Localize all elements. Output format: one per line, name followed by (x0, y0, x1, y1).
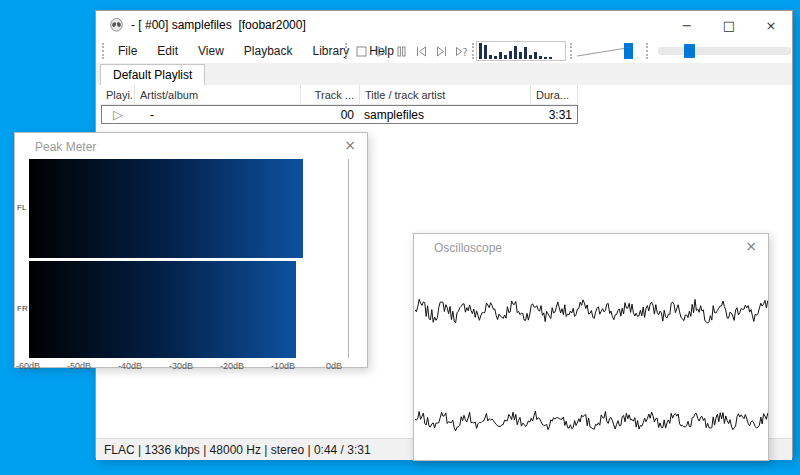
toolbar-grip[interactable] (472, 43, 474, 59)
peak-meter-close-icon[interactable]: × (344, 137, 356, 153)
peak-bar-fr (29, 261, 296, 358)
spectrum-bar (499, 52, 502, 59)
previous-button[interactable] (411, 39, 431, 63)
next-icon (435, 45, 448, 58)
toolbar: FileEditViewPlaybackLibraryHelp ? (96, 39, 792, 64)
channel-label-fl: FL (17, 203, 26, 212)
spectrum-bar (549, 57, 552, 59)
oscilloscope-close-icon[interactable]: × (745, 238, 757, 254)
scale-label: -20dB (220, 361, 244, 371)
previous-icon (415, 45, 428, 58)
oscilloscope-waveform (415, 262, 768, 460)
scale-label: -10dB (271, 361, 295, 371)
playlist-rows: ▷-00samplefiles3:31 (101, 105, 578, 124)
playlist-view: Playi...Artist/albumTrack ...Title / tra… (101, 85, 578, 124)
tab-label: Default Playlist (113, 68, 192, 82)
spectrum-bar (509, 51, 512, 59)
random-button[interactable]: ? (451, 39, 471, 63)
menu-file[interactable]: File (108, 44, 147, 58)
toolbar-grip[interactable] (570, 43, 572, 59)
close-button[interactable]: × (750, 11, 792, 39)
spectrum-bar (489, 55, 492, 59)
toolbar-grip[interactable] (345, 43, 347, 59)
scale-label: -40dB (118, 361, 142, 371)
peak-meter-display (29, 159, 355, 358)
spectrum-bar (504, 55, 507, 59)
column-header-title[interactable]: Title / track artist (360, 85, 531, 104)
playlist-header-row: Playi...Artist/albumTrack ...Title / tra… (101, 85, 578, 105)
channel-label-fr: FR (17, 304, 28, 313)
column-header-playing[interactable]: Playi... (101, 85, 135, 104)
waveform-channel (415, 411, 768, 431)
window-title: - [ #00] samplefiles [foobar2000] (131, 18, 306, 32)
desktop: - [ #00] samplefiles [foobar2000] − □ × … (0, 0, 800, 475)
pause-icon (395, 45, 408, 58)
column-header-artist[interactable]: Artist/album (135, 85, 301, 104)
toolbar-grip[interactable] (102, 43, 104, 59)
scale-label: -30dB (169, 361, 193, 371)
cell-artist: - (134, 106, 300, 123)
tab-default-playlist[interactable]: Default Playlist (100, 64, 205, 85)
spectrum-bar (479, 43, 482, 59)
title-bar[interactable]: - [ #00] samplefiles [foobar2000] − □ × (96, 11, 792, 39)
random-icon: ? (455, 45, 468, 58)
oscilloscope-title: Oscilloscope (434, 241, 502, 255)
toolbar-grip[interactable] (646, 43, 648, 59)
spectrum-bar (524, 47, 527, 59)
zero-db-line (348, 159, 349, 358)
menu-edit[interactable]: Edit (147, 44, 188, 58)
play-button[interactable] (371, 39, 391, 63)
peak-meter-window[interactable]: Peak Meter × FLFR-60dB-50dB-40dB-30dB-20… (14, 132, 368, 368)
playlist-tab-strip: Default Playlist (96, 63, 792, 85)
scale-label: -50dB (67, 361, 91, 371)
seekbar-handle[interactable] (684, 44, 695, 58)
spectrum-bar (539, 56, 542, 59)
next-button[interactable] (431, 39, 451, 63)
waveform-channel (415, 299, 768, 323)
playlist-row[interactable]: ▷-00samplefiles3:31 (101, 105, 578, 124)
cell-duration: 3:31 (530, 106, 577, 123)
spectrum-bar (534, 52, 537, 59)
spectrum-bar (484, 45, 487, 59)
cell-title: samplefiles (359, 106, 530, 123)
cell-playing: ▷ (102, 106, 134, 123)
spectrum-bar (544, 57, 547, 59)
transport-controls: ? (351, 39, 471, 63)
oscilloscope-window[interactable]: Oscilloscope × (413, 233, 769, 461)
status-text: FLAC | 1336 kbps | 48000 Hz | stereo | 0… (104, 443, 371, 457)
minimize-button[interactable]: − (666, 11, 708, 39)
cell-track: 00 (300, 106, 359, 123)
peak-meter-title: Peak Meter (35, 140, 96, 154)
column-header-track[interactable]: Track ... (301, 85, 360, 104)
now-playing-icon: ▷ (113, 108, 123, 121)
maximize-button[interactable]: □ (708, 11, 750, 39)
pause-button[interactable] (391, 39, 411, 63)
menu-view[interactable]: View (188, 44, 234, 58)
volume-slider-handle[interactable] (624, 43, 633, 59)
svg-text:?: ? (462, 46, 467, 57)
spectrum-bar (529, 55, 532, 59)
spectrum-bar (514, 46, 517, 59)
play-icon (375, 45, 388, 58)
spectrum-bar (494, 56, 497, 59)
volume-slider[interactable] (575, 41, 637, 61)
scale-label: -60dB (16, 361, 40, 371)
stop-button[interactable] (351, 39, 371, 63)
spectrum-visualization[interactable] (476, 41, 566, 61)
seekbar-groove[interactable] (658, 47, 791, 55)
menu-playback[interactable]: Playback (234, 44, 303, 58)
foobar2000-app-icon (109, 18, 124, 33)
stop-icon (355, 45, 368, 58)
seekbar[interactable] (658, 41, 791, 61)
peak-bar-fl (29, 159, 303, 258)
spectrum-bar (519, 52, 522, 59)
scale-label: 0dB (326, 361, 342, 371)
column-header-duration[interactable]: Dura... (531, 85, 578, 104)
